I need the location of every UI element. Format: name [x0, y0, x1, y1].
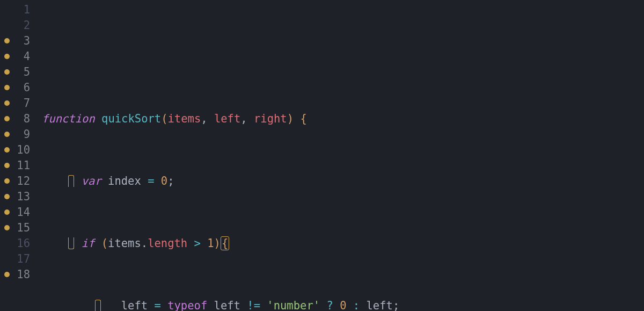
- tok-function: quickSort: [101, 112, 161, 125]
- tok-paren: (: [161, 112, 167, 125]
- line-number: 10: [17, 143, 30, 156]
- tok-op: =: [148, 175, 154, 187]
- tok-ident: left: [121, 299, 148, 311]
- breakpoint-icon[interactable]: [4, 132, 10, 137]
- line-number: 11: [17, 159, 30, 172]
- line-number: 14: [17, 206, 30, 219]
- tok-ident: items: [108, 237, 141, 250]
- tok-comma: ,: [240, 112, 247, 125]
- gutter-row[interactable]: 5: [0, 64, 32, 80]
- tok-paren: ): [287, 112, 294, 125]
- gutter-row[interactable]: 3: [0, 33, 32, 49]
- tok-op: =: [155, 299, 161, 311]
- tok-op: :: [353, 299, 360, 311]
- breakpoint-icon[interactable]: [4, 163, 10, 168]
- breakpoint-icon[interactable]: [4, 116, 10, 121]
- tok-brace: {: [300, 112, 306, 125]
- gutter-row[interactable]: 2: [0, 18, 32, 33]
- gutter-row[interactable]: 13: [0, 189, 32, 205]
- tok-op: !=: [247, 299, 260, 311]
- tok-ident: left: [214, 299, 240, 311]
- line-number: 18: [17, 268, 30, 281]
- tok-number: 1: [207, 237, 214, 250]
- gutter-row[interactable]: 8: [0, 111, 32, 127]
- breakpoint-icon[interactable]: [4, 69, 10, 75]
- line-number: 7: [24, 97, 30, 110]
- fold-guide-icon: [68, 237, 74, 249]
- line-number: 1: [24, 3, 30, 16]
- line-number: 12: [17, 175, 30, 187]
- code-line[interactable]: [42, 49, 644, 64]
- gutter-row[interactable]: 7: [0, 96, 32, 111]
- line-number: 3: [24, 34, 30, 47]
- gutter-row[interactable]: 11: [0, 158, 32, 173]
- line-number: 4: [24, 50, 30, 63]
- gutter-row[interactable]: 17: [0, 251, 32, 267]
- tok-string: 'number': [267, 299, 320, 311]
- code-area[interactable]: function quickSort(items, left, right) {…: [32, 2, 644, 311]
- tok-semi: ;: [393, 299, 399, 311]
- breakpoint-icon[interactable]: [4, 147, 10, 153]
- breakpoint-icon[interactable]: [4, 194, 10, 199]
- breakpoint-icon[interactable]: [4, 54, 10, 59]
- tok-paren: (: [101, 237, 108, 250]
- tok-number: 0: [340, 299, 346, 311]
- gutter-row[interactable]: 6: [0, 80, 32, 96]
- tok-op: ?: [326, 299, 333, 311]
- tok-ident: index: [108, 175, 141, 187]
- line-number: 15: [17, 221, 30, 234]
- breakpoint-icon[interactable]: [4, 209, 10, 215]
- gutter-row[interactable]: 9: [0, 127, 32, 142]
- tok-op: >: [194, 237, 201, 250]
- breakpoint-icon[interactable]: [4, 272, 10, 277]
- code-editor[interactable]: 1 2 3 4 5 6 7 8 9 10 11 12 13 14 15 16 1…: [0, 0, 644, 311]
- line-number: 17: [17, 252, 30, 265]
- gutter-row[interactable]: 14: [0, 205, 32, 220]
- gutter-row[interactable]: 16: [0, 236, 32, 251]
- tok-keyword: if: [82, 237, 95, 250]
- tok-param: items: [168, 112, 201, 125]
- tok-dot: .: [141, 237, 148, 250]
- line-number: 13: [17, 190, 30, 203]
- tok-param: left: [214, 112, 240, 125]
- tok-keyword: var: [82, 175, 101, 187]
- tok-keyword: function: [42, 112, 95, 125]
- line-number: 16: [17, 237, 30, 250]
- line-number: 8: [24, 112, 30, 125]
- gutter-row[interactable]: 10: [0, 142, 32, 158]
- fold-guide-icon: [95, 300, 101, 311]
- tok-semi: ;: [167, 175, 174, 187]
- bracket-match-icon: {: [221, 236, 229, 250]
- fold-guide-icon: [68, 175, 74, 187]
- line-number: 5: [24, 66, 30, 78]
- tok-param: right: [254, 112, 287, 125]
- line-number: 6: [24, 81, 30, 94]
- tok-brace: {: [222, 237, 228, 250]
- line-number: 2: [24, 19, 30, 32]
- breakpoint-icon[interactable]: [4, 225, 10, 230]
- tok-ident: left: [367, 299, 393, 311]
- breakpoint-icon[interactable]: [4, 100, 10, 106]
- gutter-row[interactable]: 12: [0, 173, 32, 189]
- breakpoint-icon[interactable]: [4, 38, 10, 44]
- code-line[interactable]: function quickSort(items, left, right) {: [42, 111, 644, 127]
- gutter-row[interactable]: 4: [0, 49, 32, 64]
- tok-number: 0: [161, 175, 167, 187]
- tok-prop: length: [148, 237, 187, 250]
- gutter-row[interactable]: 18: [0, 267, 32, 283]
- breakpoint-icon[interactable]: [4, 178, 10, 184]
- gutter-row[interactable]: 1: [0, 2, 32, 18]
- line-number: 9: [24, 128, 30, 141]
- line-number-gutter[interactable]: 1 2 3 4 5 6 7 8 9 10 11 12 13 14 15 16 1…: [0, 2, 32, 311]
- tok-comma: ,: [201, 112, 207, 125]
- tok-keyword: typeof: [167, 299, 207, 311]
- breakpoint-icon[interactable]: [4, 85, 10, 90]
- gutter-row[interactable]: 15: [0, 220, 32, 236]
- code-line[interactable]: if (items.length > 1){: [42, 236, 644, 251]
- code-line[interactable]: var index = 0;: [42, 173, 644, 189]
- tok-paren: ): [214, 237, 221, 250]
- code-line[interactable]: left = typeof left != 'number' ? 0 : lef…: [42, 298, 644, 311]
